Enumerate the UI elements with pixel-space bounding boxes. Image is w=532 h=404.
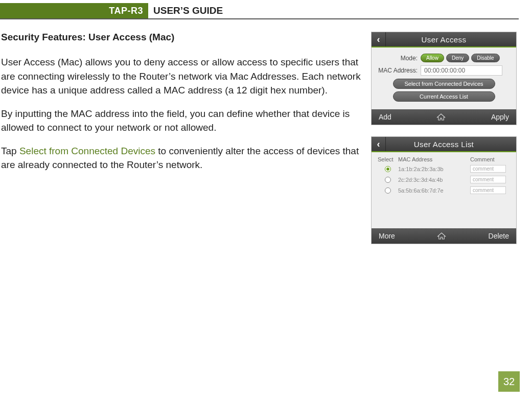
page-number: 32: [498, 371, 520, 392]
row-comment-input[interactable]: comment: [470, 176, 506, 183]
row-mac: 2c:2d:3c:3d:4a:4b: [398, 177, 470, 183]
mode-disable-button[interactable]: Disable: [471, 54, 499, 62]
mode-allow-button[interactable]: Allow: [421, 54, 444, 62]
row-radio[interactable]: [385, 187, 391, 194]
apply-button[interactable]: Apply: [491, 113, 509, 121]
fig1-title: User Access: [386, 35, 516, 44]
mac-address-input[interactable]: 00:00:00:00:00: [421, 65, 502, 76]
mode-row: Mode: Allow Deny Disable: [377, 54, 511, 62]
row-radio[interactable]: [385, 177, 391, 183]
back-icon[interactable]: ‹: [372, 137, 386, 151]
more-button[interactable]: More: [379, 232, 395, 240]
fig1-footer: Add Apply: [372, 109, 516, 125]
paragraph-2: By inputting the MAC address into the fi…: [1, 107, 361, 135]
row-mac: 5a:5b:6a:6b:7d:7e: [398, 187, 470, 194]
back-icon[interactable]: ‹: [372, 32, 386, 46]
home-icon[interactable]: [437, 232, 446, 240]
mac-label: MAC Address:: [377, 67, 421, 74]
user-access-screenshot: ‹ User Access Mode: Allow Deny Disable M…: [371, 32, 517, 125]
row-radio[interactable]: [385, 166, 391, 172]
list-row: 1a:1b:2a:2b:3a:3b comment: [375, 163, 513, 174]
document-title: USER’S GUIDE: [148, 3, 532, 18]
delete-button[interactable]: Delete: [489, 232, 509, 240]
row-comment-input[interactable]: comment: [470, 186, 506, 194]
mode-pill-group: Allow Deny Disable: [421, 54, 500, 62]
col-select: Select: [378, 156, 398, 162]
paragraph-3-pre: Tap: [1, 146, 19, 156]
home-icon[interactable]: [436, 113, 446, 121]
mode-label: Mode:: [377, 55, 421, 62]
document-header: TAP-R3 USER’S GUIDE: [0, 3, 532, 18]
select-connected-devices-link: Select from Connected Devices: [19, 146, 155, 156]
paragraph-1: User Access (Mac) allows you to deny acc…: [1, 55, 361, 98]
list-header: Select MAC Address Comment: [375, 154, 513, 163]
add-button[interactable]: Add: [379, 113, 391, 121]
fig2-footer: More Delete: [372, 228, 516, 244]
list-row: 5a:5b:6a:6b:7d:7e comment: [375, 185, 513, 196]
list-row: 2c:2d:3c:3d:4a:4b comment: [375, 174, 513, 185]
user-access-list-screenshot: ‹ User Access List Select MAC Address Co…: [371, 136, 517, 244]
col-comment: Comment: [470, 156, 510, 162]
section-title: Security Features: User Access (Mac): [1, 32, 361, 43]
fig2-header: ‹ User Access List: [372, 137, 516, 152]
product-badge: TAP-R3: [0, 3, 148, 18]
fig2-title: User Access List: [386, 140, 516, 149]
row-comment-input[interactable]: comment: [470, 165, 506, 173]
mode-deny-button[interactable]: Deny: [446, 54, 469, 62]
paragraph-3: Tap Select from Connected Devices to con…: [1, 144, 361, 172]
col-mac: MAC Address: [398, 156, 470, 162]
mac-row: MAC Address: 00:00:00:00:00: [377, 65, 511, 76]
fig1-header: ‹ User Access: [372, 32, 516, 47]
select-from-connected-devices-button[interactable]: Select from Connected Devices: [393, 79, 495, 89]
current-access-list-button[interactable]: Current Access List: [393, 91, 495, 102]
row-mac: 1a:1b:2a:2b:3a:3b: [398, 166, 470, 172]
